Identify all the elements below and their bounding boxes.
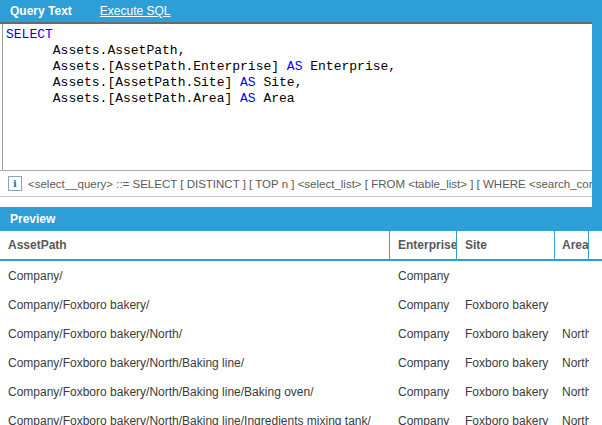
table-row[interactable]: Company/Foxboro bakery/North/Baking line… <box>0 348 602 377</box>
column-header-area[interactable]: Area <box>555 231 589 259</box>
table-cell: Company/Foxboro bakery/ <box>0 298 390 312</box>
table-cell: North <box>555 414 589 425</box>
table-cell: Company/Foxboro bakery/North/Baking line… <box>0 356 390 370</box>
tab-query-text[interactable]: Query Text <box>10 4 72 18</box>
query-toolbar: Query Text Execute SQL <box>0 0 602 22</box>
column-header-filler <box>589 231 602 259</box>
column-header-assetpath[interactable]: AssetPath <box>0 231 390 259</box>
table-cell: Foxboro bakery <box>457 356 555 370</box>
table-row[interactable]: Company/Foxboro bakery/North/Baking line… <box>0 377 602 406</box>
sql-line: Assets.[AssetPath.Site] AS Site, <box>6 75 594 91</box>
sql-text: Area <box>256 91 295 106</box>
table-cell: Foxboro bakery <box>457 298 555 312</box>
table-cell: Company/ <box>0 269 390 283</box>
table-cell: Company <box>390 298 457 312</box>
preview-title: Preview <box>10 212 55 226</box>
sql-text: Assets.AssetPath, <box>6 43 185 58</box>
preview-header-bar: Preview <box>0 207 602 231</box>
sql-keyword: SELECT <box>6 27 53 42</box>
table-cell: North <box>555 385 589 399</box>
table-cell: Foxboro bakery <box>457 385 555 399</box>
table-cell: North <box>555 327 589 341</box>
table-cell: Foxboro bakery <box>457 414 555 425</box>
sql-line: SELECT <box>6 27 594 43</box>
query-tool-window: Query Text Execute SQL SELECT Assets.Ass… <box>0 0 602 425</box>
sql-text: Assets.[AssetPath.Enterprise] <box>6 59 287 74</box>
sql-text: Enterprise, <box>302 59 396 74</box>
table-cell: Foxboro bakery <box>457 327 555 341</box>
sql-line: Assets.[AssetPath.Enterprise] AS Enterpr… <box>6 59 594 75</box>
table-cell: Company <box>390 414 457 425</box>
sql-keyword: AS <box>287 59 303 74</box>
table-row[interactable]: Company/Foxboro bakery/CompanyFoxboro ba… <box>0 290 602 319</box>
preview-header-row: AssetPathEnterpriseSiteArea <box>0 231 602 261</box>
column-header-enterprise[interactable]: Enterprise <box>390 231 457 259</box>
info-icon: i <box>8 176 22 191</box>
table-cell: Company <box>390 356 457 370</box>
table-row[interactable]: Company/Foxboro bakery/North/Baking line… <box>0 406 602 425</box>
sql-keyword: AS <box>240 75 256 90</box>
syntax-hint-text: <select__query> ::= SELECT [ DISTINCT ] … <box>28 178 592 190</box>
table-cell: Company <box>390 327 457 341</box>
table-cell: Company <box>390 385 457 399</box>
table-cell: North <box>555 356 589 370</box>
sql-text: Assets.[AssetPath.Area] <box>6 91 240 106</box>
sql-line: Assets.[AssetPath.Area] AS Area <box>6 91 594 107</box>
table-cell: Company/Foxboro bakery/North/Baking line… <box>0 414 390 425</box>
sql-editor[interactable]: SELECT Assets.AssetPath, Assets.[AssetPa… <box>2 24 594 173</box>
table-cell: Company/Foxboro bakery/North/Baking line… <box>0 385 390 399</box>
table-cell: Company/Foxboro bakery/North/ <box>0 327 390 341</box>
syntax-hint-bar: i <select__query> ::= SELECT [ DISTINCT … <box>0 170 592 197</box>
sql-text: Site, <box>256 75 303 90</box>
sql-keyword: AS <box>240 91 256 106</box>
preview-body: Company/CompanyCompany/Foxboro bakery/Co… <box>0 261 602 425</box>
table-cell: Company <box>390 269 457 283</box>
sql-line: Assets.AssetPath, <box>6 43 594 59</box>
sql-text: Assets.[AssetPath.Site] <box>6 75 240 90</box>
table-row[interactable]: Company/Company <box>0 261 602 290</box>
table-row[interactable]: Company/Foxboro bakery/North/CompanyFoxb… <box>0 319 602 348</box>
execute-sql-link[interactable]: Execute SQL <box>100 4 171 18</box>
right-panel-edge <box>592 22 602 207</box>
column-header-site[interactable]: Site <box>457 231 555 259</box>
